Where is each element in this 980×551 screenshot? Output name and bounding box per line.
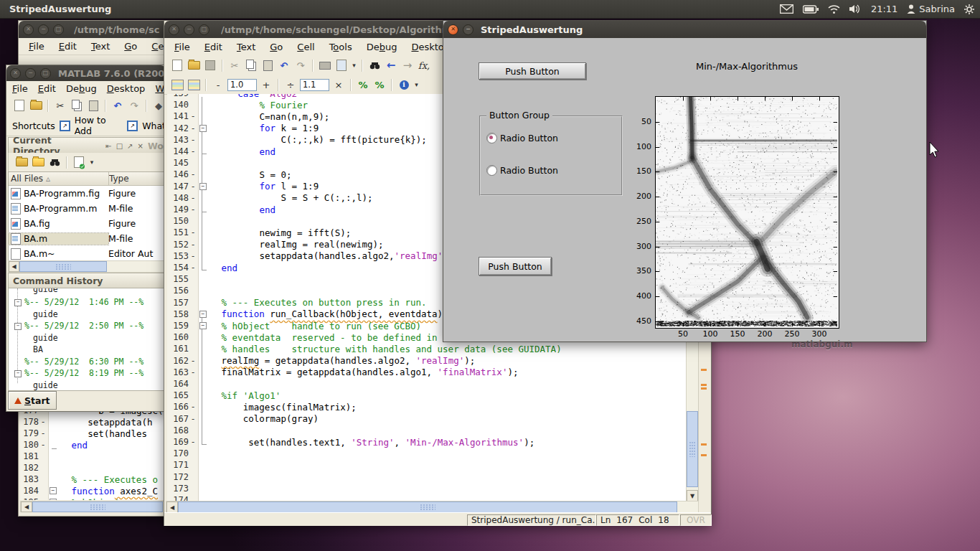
current-directory-header[interactable]: Current Directory ⇤ □ ↗ × Wor: [8, 137, 169, 154]
maximize-icon[interactable]: □: [53, 24, 64, 35]
column-header-type[interactable]: Type: [109, 174, 164, 184]
scroll-left-icon[interactable]: ◀: [21, 501, 32, 512]
history-item[interactable]: guide: [33, 333, 58, 343]
scrollbar-thumb[interactable]: [178, 501, 677, 513]
new-file-icon[interactable]: [12, 99, 27, 113]
battery-icon[interactable]: [803, 5, 819, 14]
copy-icon[interactable]: [244, 59, 258, 72]
uncomment-icon[interactable]: %: [372, 78, 387, 92]
open-file-icon[interactable]: [187, 59, 201, 72]
file-row-BA-Programm.fig[interactable]: BA-Programm.figFigure: [9, 186, 164, 201]
minimize-icon[interactable]: −: [184, 24, 194, 35]
minimize-icon[interactable]: −: [25, 68, 36, 79]
chevron-down-icon[interactable]: ▾: [351, 59, 357, 72]
multiply-icon[interactable]: ×: [331, 78, 346, 92]
minimize-icon[interactable]: −: [38, 24, 49, 35]
menu-item-edit[interactable]: Edit: [59, 41, 77, 52]
fold-column[interactable]: [47, 474, 60, 485]
fold-column[interactable]: [197, 494, 210, 501]
fold-column[interactable]: [197, 273, 210, 285]
start-button[interactable]: Start: [8, 391, 57, 410]
copy-icon[interactable]: [70, 99, 84, 113]
history-item[interactable]: guide: [33, 309, 58, 319]
fold-minus-icon[interactable]: −: [50, 499, 57, 500]
find-icon[interactable]: [47, 156, 62, 169]
scrollbar-thumb[interactable]: [32, 501, 163, 512]
menu-item-edit[interactable]: Edit: [38, 83, 56, 94]
comment-icon[interactable]: %: [356, 78, 370, 92]
radio-unselected-icon[interactable]: [486, 165, 497, 176]
radio-button-2[interactable]: Radio Button: [486, 165, 558, 176]
close-icon[interactable]: ✕: [169, 24, 179, 35]
fold-column[interactable]: [197, 459, 210, 471]
radio-button-1[interactable]: Radio Button: [486, 133, 558, 143]
gui-title-bar[interactable]: ✕ − StripedAuswertung: [443, 21, 926, 39]
lint-warning-marker[interactable]: [701, 384, 707, 386]
shortcut-icon[interactable]: ↗: [127, 121, 138, 131]
history-item[interactable]: BA: [33, 344, 43, 354]
breakpoint-column[interactable]: -: [189, 437, 197, 447]
divide-icon[interactable]: ÷: [283, 78, 298, 92]
tree-collapse-icon[interactable]: −: [14, 370, 22, 377]
redo-icon[interactable]: ↷: [127, 99, 141, 113]
refresh-doc-icon[interactable]: [72, 156, 86, 169]
maximize-icon[interactable]: □: [199, 24, 209, 35]
fold-minus-icon[interactable]: −: [199, 125, 207, 132]
save-icon[interactable]: [203, 59, 217, 72]
undo-icon[interactable]: ↶: [110, 99, 125, 113]
menu-item-tools[interactable]: Tools: [329, 42, 352, 52]
breakpoint-column[interactable]: -: [189, 356, 197, 366]
breakpoint-column[interactable]: -: [39, 428, 47, 438]
history-item[interactable]: guide: [33, 380, 58, 390]
paste-icon[interactable]: [260, 59, 275, 72]
menu-item-cell[interactable]: Cell: [297, 42, 314, 52]
breakpoint-column[interactable]: -: [39, 417, 47, 427]
fold-column[interactable]: −: [47, 496, 60, 500]
clock[interactable]: 21:11: [871, 4, 897, 14]
print-icon[interactable]: [318, 59, 332, 72]
breakpoint-column[interactable]: -: [189, 135, 197, 145]
whats-new-link[interactable]: What: [142, 121, 166, 131]
command-history-header[interactable]: Command History: [8, 273, 169, 289]
dock-left-icon[interactable]: ⇤: [105, 142, 111, 150]
menu-item-file[interactable]: File: [12, 83, 28, 94]
breakpoint-column[interactable]: -: [189, 227, 197, 237]
menu-item-file[interactable]: File: [174, 42, 190, 52]
print-preview-icon[interactable]: [334, 59, 349, 72]
undo-icon[interactable]: ↶: [277, 59, 291, 72]
matlab-title-bar[interactable]: ✕ − □ MATLAB 7.6.0 (R200: [6, 65, 166, 82]
chevron-down-icon[interactable]: ▾: [88, 156, 95, 169]
command-history-list[interactable]: guide%-- 5/29/12 1:46 PM --%−guide%-- 5/…: [8, 288, 164, 391]
tree-collapse-icon[interactable]: −: [14, 299, 22, 306]
scrollbar-thumb[interactable]: [687, 411, 698, 487]
increase-icon[interactable]: +: [259, 78, 273, 92]
fold-column[interactable]: [197, 285, 210, 296]
fold-column[interactable]: [197, 483, 210, 494]
close-icon[interactable]: ✕: [448, 24, 458, 35]
wifi-icon[interactable]: [828, 5, 840, 14]
fold-column[interactable]: [197, 297, 210, 309]
radio-selected-icon[interactable]: [486, 133, 497, 143]
history-item[interactable]: %-- 5/29/12 8:19 PM --%: [24, 368, 143, 378]
breakpoint-column[interactable]: -: [189, 123, 197, 133]
paste-icon[interactable]: [86, 99, 100, 113]
close-icon[interactable]: ✕: [10, 68, 21, 79]
menu-item-debug[interactable]: Debug: [66, 83, 97, 94]
fold-minus-icon[interactable]: −: [199, 322, 207, 329]
menu-item-go[interactable]: Go: [124, 41, 137, 52]
volume-icon[interactable]: [849, 4, 862, 14]
close-icon[interactable]: ✕: [23, 24, 34, 35]
up-folder-icon[interactable]: [14, 156, 29, 169]
fold-column[interactable]: [197, 471, 210, 483]
menu-item-debug[interactable]: Debug: [367, 42, 397, 52]
lint-warning-marker[interactable]: [701, 387, 707, 390]
cut-icon[interactable]: ✂: [227, 59, 242, 72]
info-icon[interactable]: i: [397, 78, 411, 92]
cell-value-field[interactable]: 1.0: [227, 79, 257, 91]
file-row-BA.fig[interactable]: BA.figFigure: [9, 216, 164, 231]
lint-warning-marker[interactable]: [701, 369, 707, 371]
breakpoint-column[interactable]: -: [189, 169, 197, 179]
find-icon[interactable]: [367, 59, 382, 72]
breakpoint-column[interactable]: -: [189, 240, 197, 250]
history-item[interactable]: %-- 5/29/12 1:46 PM --%: [24, 297, 143, 307]
